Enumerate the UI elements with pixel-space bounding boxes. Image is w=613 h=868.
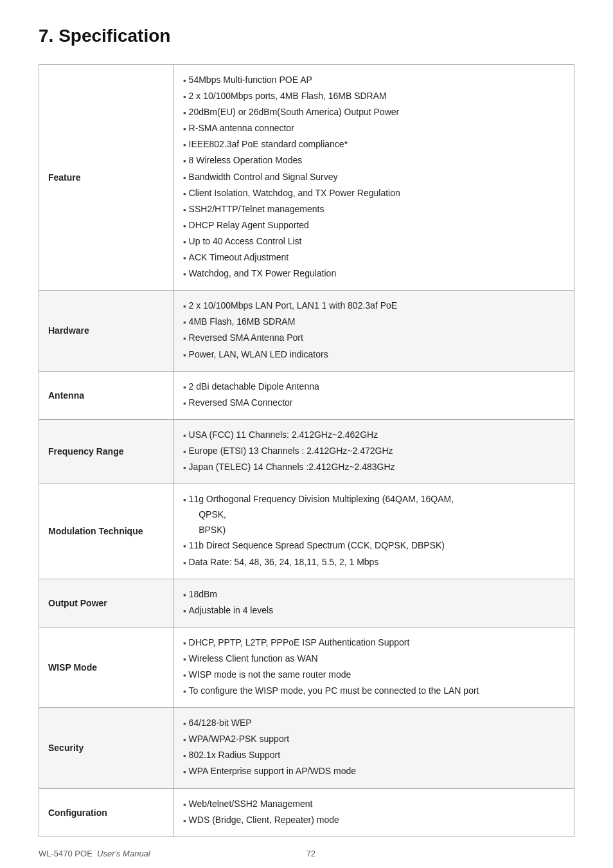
list-item: ▪20dBm(EU) or 26dBm(South America) Outpu… — [183, 105, 565, 120]
list-item: ▪WPA Enterprise support in AP/WDS mode — [183, 764, 565, 779]
list-item-text: 18dBm — [189, 587, 217, 602]
footer-left: WL-5470 POE User's Manual — [39, 849, 150, 858]
list-item-text: DHCP Relay Agent Supported — [189, 218, 309, 233]
row-label-feature: Feature — [39, 65, 174, 291]
list-item-text: 54Mbps Multi-function POE AP — [189, 73, 312, 88]
list-item: ▪2 dBi detachable Dipole Antenna — [183, 379, 565, 395]
row-label-security: Security — [39, 708, 174, 788]
list-item: ▪802.1x Radius Support — [183, 748, 565, 763]
list-item-text: 2 x 10/100Mbps ports, 4MB Flash, 16MB SD… — [189, 89, 387, 104]
footer: WL-5470 POE User's Manual 72 — [39, 849, 574, 858]
row-label-wisp-mode: WISP Mode — [39, 627, 174, 707]
row-content-configuration: ▪Web/telnet/SSH2 Management▪WDS (Bridge,… — [174, 788, 574, 836]
row-label-frequency-range: Frequency Range — [39, 419, 174, 484]
list-item: ▪11b Direct Sequence Spread Spectrum (CC… — [183, 538, 565, 554]
row-content-modulation-technique: ▪11g Orthogonal Frequency Division Multi… — [174, 484, 574, 579]
list-item: ▪2 x 10/100Mbps ports, 4MB Flash, 16MB S… — [183, 89, 565, 104]
list-item: ▪Web/telnet/SSH2 Management — [183, 797, 565, 812]
list-item: ▪R-SMA antenna connector — [183, 121, 565, 136]
list-item-text: Japan (TELEC) 14 Channels :2.412GHz~2.48… — [189, 460, 395, 475]
row-content-antenna: ▪2 dBi detachable Dipole Antenna▪Reverse… — [174, 371, 574, 419]
page-title: 7. Specification — [39, 26, 574, 46]
list-item: ▪USA (FCC) 11 Channels: 2.412GHz~2.462GH… — [183, 428, 565, 443]
list-item: ▪18dBm — [183, 587, 565, 602]
list-item-text: To configure the WISP mode, you PC must … — [189, 683, 479, 699]
list-item: ▪IEEE802.3af PoE standard compliance* — [183, 137, 565, 152]
list-item-text: R-SMA antenna connector — [189, 121, 294, 136]
list-item-text: Up to 40 Access Control List — [189, 234, 302, 249]
list-item: ▪Bandwidth Control and Signal Survey — [183, 170, 565, 185]
list-item-text: Reversed SMA Connector — [189, 395, 293, 411]
list-item: ▪Japan (TELEC) 14 Channels :2.412GHz~2.4… — [183, 460, 565, 475]
list-item: ▪Reversed SMA Connector — [183, 395, 565, 411]
list-item-text: 2 x 10/100Mbps LAN Port, LAN1 1 with 802… — [189, 298, 398, 314]
list-item-text: 8 Wireless Operation Modes — [189, 153, 303, 168]
list-item-text: 64/128-bit WEP — [189, 716, 252, 731]
list-item: ▪Data Rate: 54, 48, 36, 24, 18,11, 5.5, … — [183, 555, 565, 570]
list-item-text: SSH2/HTTP/Telnet managements — [189, 202, 324, 217]
list-item-text: 2 dBi detachable Dipole Antenna — [189, 379, 319, 395]
list-item-text: Watchdog, and TX Power Regulation — [189, 266, 337, 282]
list-item: ▪8 Wireless Operation Modes — [183, 153, 565, 168]
row-label-antenna: Antenna — [39, 371, 174, 419]
row-label-configuration: Configuration — [39, 788, 174, 836]
row-label-output-power: Output Power — [39, 579, 174, 627]
list-item-text: Europe (ETSI) 13 Channels : 2.412GHz~2.4… — [189, 444, 393, 459]
list-item-text: ACK Timeout Adjustment — [189, 250, 289, 266]
row-label-modulation-technique: Modulation Technique — [39, 484, 174, 579]
list-item-text: WISP mode is not the same router mode — [189, 667, 351, 683]
footer-product: WL-5470 POE — [39, 849, 93, 858]
list-item-text: Adjustable in 4 levels — [189, 603, 274, 619]
row-content-output-power: ▪18dBm▪Adjustable in 4 levels — [174, 579, 574, 627]
list-item-text: WPA Enterprise support in AP/WDS mode — [189, 764, 356, 779]
list-item-text: 802.1x Radius Support — [189, 748, 280, 763]
list-item: ▪11g Orthogonal Frequency Division Multi… — [183, 492, 565, 538]
list-item-text: Bandwidth Control and Signal Survey — [189, 170, 338, 185]
list-item: ▪WDS (Bridge, Client, Repeater) mode — [183, 813, 565, 828]
list-item: ▪4MB Flash, 16MB SDRAM — [183, 314, 565, 330]
list-item: ▪WISP mode is not the same router mode — [183, 667, 565, 683]
list-item-text: WDS (Bridge, Client, Repeater) mode — [189, 813, 339, 828]
footer-manual: User's Manual — [97, 849, 150, 858]
list-item: ▪Client Isolation, Watchdog, and TX Powe… — [183, 186, 565, 201]
list-item: ▪Up to 40 Access Control List — [183, 234, 565, 249]
list-item: ▪Watchdog, and TX Power Regulation — [183, 266, 565, 282]
row-content-feature: ▪54Mbps Multi-function POE AP▪2 x 10/100… — [174, 65, 574, 291]
list-item-text: Reversed SMA Antenna Port — [189, 330, 303, 346]
list-item: ▪DHCP Relay Agent Supported — [183, 218, 565, 233]
row-label-hardware: Hardware — [39, 291, 174, 371]
list-item: ▪64/128-bit WEP — [183, 716, 565, 731]
list-item-text: 20dBm(EU) or 26dBm(South America) Output… — [189, 105, 400, 120]
list-item-text: WPA/WPA2-PSK support — [189, 732, 290, 747]
list-item: ▪Wireless Client function as WAN — [183, 651, 565, 667]
list-item: ▪DHCP, PPTP, L2TP, PPPoE ISP Authenticat… — [183, 635, 565, 651]
list-item: ▪Power, LAN, WLAN LED indicators — [183, 347, 565, 363]
spec-table: Feature▪54Mbps Multi-function POE AP▪2 x… — [39, 64, 574, 837]
footer-page: 72 — [150, 849, 472, 858]
list-item: ▪2 x 10/100Mbps LAN Port, LAN1 1 with 80… — [183, 298, 565, 314]
list-item-text: Client Isolation, Watchdog, and TX Power… — [189, 186, 400, 201]
list-item-text: IEEE802.3af PoE standard compliance* — [189, 137, 348, 152]
list-item: ▪Adjustable in 4 levels — [183, 603, 565, 619]
list-item: ▪WPA/WPA2-PSK support — [183, 732, 565, 747]
list-item: ▪To configure the WISP mode, you PC must… — [183, 683, 565, 699]
list-item: ▪Europe (ETSI) 13 Channels : 2.412GHz~2.… — [183, 444, 565, 459]
list-item-text: Web/telnet/SSH2 Management — [189, 797, 313, 812]
row-content-security: ▪64/128-bit WEP▪WPA/WPA2-PSK support▪802… — [174, 708, 574, 788]
list-item-text: 4MB Flash, 16MB SDRAM — [189, 314, 296, 330]
list-item: ▪54Mbps Multi-function POE AP — [183, 73, 565, 88]
row-content-wisp-mode: ▪DHCP, PPTP, L2TP, PPPoE ISP Authenticat… — [174, 627, 574, 707]
list-item: ▪Reversed SMA Antenna Port — [183, 330, 565, 346]
list-item: ▪ACK Timeout Adjustment — [183, 250, 565, 266]
list-item-text: DHCP, PPTP, L2TP, PPPoE ISP Authenticati… — [189, 635, 410, 651]
list-item-text: Wireless Client function as WAN — [189, 651, 318, 667]
list-item-text: USA (FCC) 11 Channels: 2.412GHz~2.462GHz — [189, 428, 378, 443]
list-item: ▪SSH2/HTTP/Telnet managements — [183, 202, 565, 217]
row-content-frequency-range: ▪USA (FCC) 11 Channels: 2.412GHz~2.462GH… — [174, 419, 574, 484]
row-content-hardware: ▪2 x 10/100Mbps LAN Port, LAN1 1 with 80… — [174, 291, 574, 371]
list-item-text: Power, LAN, WLAN LED indicators — [189, 347, 328, 363]
